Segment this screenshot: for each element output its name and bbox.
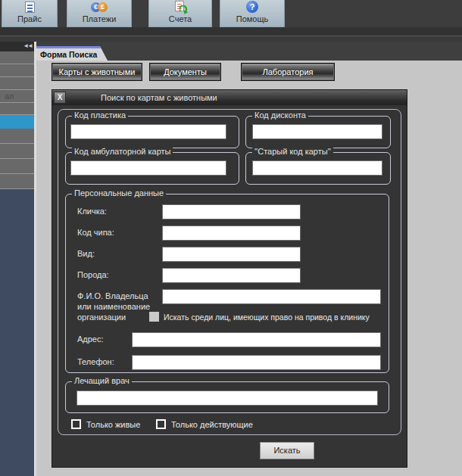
only-alive-label: Только живые [86, 420, 140, 429]
group-label: Код пластика [72, 110, 128, 120]
invoices-icon [175, 0, 186, 14]
application-window: Прайс € £ Платежи Счета ? Помощь ◄◄ [0, 0, 462, 476]
toolbar-button-label: Счета [169, 14, 192, 24]
toolbar-button-label: Помощь [236, 14, 269, 24]
address-label: Адрес: [77, 334, 104, 344]
group-plastic-code: Код пластика [65, 116, 239, 148]
main-toolbar: Прайс € £ Платежи Счета ? Помощь [0, 0, 462, 27]
owner-search-checkbox-label: Искать среди лиц, имеющих право на приво… [164, 313, 370, 322]
price-list-icon [25, 0, 35, 14]
nickname-input[interactable] [162, 204, 301, 219]
old-card-code-input[interactable] [252, 160, 382, 176]
nickname-label: Кличка: [77, 207, 107, 216]
toolbar-button-help[interactable]: ? Помощь [220, 0, 285, 27]
owner-search-checkbox[interactable] [149, 312, 159, 322]
group-attending-doctor: Лечащий врач [65, 381, 389, 413]
dialog-titlebar: X Поиск по картам с животными [52, 90, 407, 105]
sidebar-list-item[interactable] [0, 77, 34, 90]
sidebar-list-item[interactable] [0, 103, 34, 115]
phone-input[interactable] [132, 355, 381, 370]
toolbar-button-label: Платежи [83, 14, 117, 24]
ambulatory-code-input[interactable] [70, 160, 226, 176]
tab-label: Форма Поиска [36, 48, 108, 61]
breed-input[interactable] [162, 268, 301, 283]
sidebar-list-item[interactable] [0, 174, 34, 189]
toolbar-bottom-strip [0, 27, 462, 36]
sidebar-list-item[interactable] [0, 64, 34, 77]
group-label: Код дисконта [252, 110, 308, 120]
search-button[interactable]: Искать [260, 442, 314, 459]
sidebar-list-item[interactable] [0, 129, 34, 144]
tab-search-form[interactable]: Форма Поиска [36, 46, 108, 61]
doctor-input[interactable] [76, 390, 378, 406]
collapse-sidebar-icon[interactable]: ◄◄ [23, 42, 32, 49]
plastic-code-input[interactable] [70, 124, 226, 139]
sidebar-list-item[interactable]: ал [0, 90, 34, 103]
chip-code-input[interactable] [162, 226, 301, 241]
group-label: Код амбулаторной карты [72, 147, 173, 156]
group-label: Лечащий врач [72, 376, 132, 385]
nav-button-laboratory[interactable]: Лаборатория [241, 63, 335, 81]
search-dialog: X Поиск по картам с животными Код пласти… [52, 89, 407, 468]
group-personal-data: Персональные данные Кличка: Код чипа: Ви… [65, 194, 389, 373]
group-discount-code: Код дисконта [245, 116, 391, 148]
nav-button-documents[interactable]: Документы [149, 63, 221, 81]
sidebar-list-item[interactable] [0, 144, 34, 159]
left-sidebar: ◄◄ ал [0, 42, 34, 476]
toolbar-button-payments[interactable]: € £ Платежи [67, 0, 132, 27]
sidebar-list-item[interactable] [0, 51, 34, 64]
nav-button-animal-cards[interactable]: Карты с животными [52, 63, 142, 81]
sidebar-list-item-selected[interactable] [0, 115, 34, 129]
owner-name-label: Ф.И.О. Владельца или наименование органи… [77, 291, 150, 322]
species-input[interactable] [162, 247, 301, 262]
group-old-card-code: ''Старый код карты'' [245, 152, 391, 185]
species-label: Вид: [77, 249, 95, 258]
toolbar-button-label: Прайс [17, 14, 42, 24]
help-icon: ? [246, 0, 258, 14]
toolbar-button-invoices[interactable]: Счета [148, 0, 212, 27]
discount-code-input[interactable] [252, 124, 382, 139]
phone-label: Телефон: [77, 357, 114, 366]
sidebar-header: ◄◄ [0, 42, 34, 51]
group-label: Персональные данные [72, 188, 166, 198]
payments-coins-icon: € £ [91, 0, 108, 14]
only-active-label: Только действующие [171, 420, 253, 429]
group-label: ''Старый код карты'' [252, 147, 333, 156]
owner-name-input[interactable] [162, 289, 381, 304]
dialog-title: Поиск по картам с животными [101, 90, 217, 105]
sidebar-list-item[interactable] [0, 159, 34, 174]
breed-label: Порода: [77, 270, 109, 279]
group-ambulatory-code: Код амбулаторной карты [65, 152, 239, 185]
pound-coin-icon: £ [98, 2, 108, 12]
sidebar-item-label: ал [0, 90, 34, 101]
close-icon[interactable]: X [54, 92, 66, 104]
only-active-checkbox[interactable] [156, 419, 166, 429]
upper-dark-strip [0, 36, 462, 42]
address-input[interactable] [132, 332, 381, 347]
chip-code-label: Код чипа: [77, 228, 114, 237]
toolbar-button-price[interactable]: Прайс [2, 0, 58, 27]
only-alive-checkbox[interactable] [71, 419, 81, 429]
sidebar-lower-panel [0, 189, 34, 476]
